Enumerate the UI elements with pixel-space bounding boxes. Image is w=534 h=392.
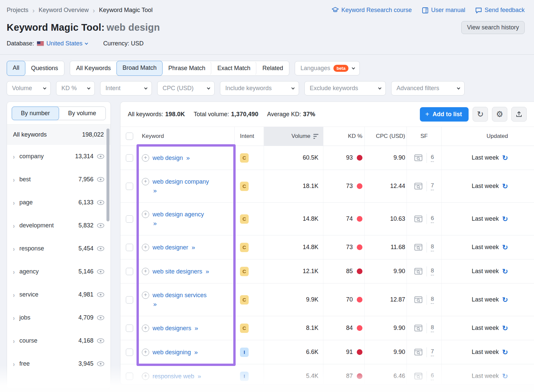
serp-preview-icon[interactable] <box>414 268 423 275</box>
double-chevron-icon[interactable] <box>153 219 204 228</box>
sidebar-scrollbar[interactable] <box>106 129 109 221</box>
column-header-updated[interactable]: Updated <box>442 127 534 146</box>
add-keyword-icon[interactable] <box>142 373 149 380</box>
add-keyword-icon[interactable] <box>142 244 149 251</box>
eye-icon[interactable] <box>97 200 104 205</box>
filter-cpc[interactable]: CPC (USD) <box>157 81 215 95</box>
sf-count[interactable]: 8 <box>431 324 434 332</box>
sidebar-group-item[interactable]: › jobs 4,709 <box>7 306 110 329</box>
serp-preview-icon[interactable] <box>414 296 423 303</box>
double-chevron-icon[interactable] <box>194 349 198 356</box>
serp-preview-icon[interactable] <box>414 373 423 380</box>
settings-button[interactable] <box>492 107 507 122</box>
tab-all[interactable]: All <box>7 61 25 76</box>
sf-count[interactable]: 8 <box>431 267 434 275</box>
add-to-list-button[interactable]: + Add to list <box>420 107 469 122</box>
keyword-link[interactable]: web designers <box>153 325 191 331</box>
tab-related[interactable]: Related <box>256 61 289 75</box>
keyword-link[interactable]: web site designers <box>153 268 202 274</box>
select-all-checkbox[interactable] <box>126 133 133 140</box>
eye-icon[interactable] <box>97 154 104 159</box>
tab-phrase-match[interactable]: Phrase Match <box>162 61 211 75</box>
sidebar-group-item[interactable]: › agency 5,146 <box>7 260 110 283</box>
row-checkbox[interactable] <box>126 325 133 332</box>
column-header-volume[interactable]: Volume <box>264 127 323 146</box>
double-chevron-icon[interactable] <box>195 325 199 332</box>
eye-icon[interactable] <box>97 269 104 274</box>
double-chevron-icon[interactable] <box>206 268 210 275</box>
tab-broad-match[interactable]: Broad Match <box>116 61 163 76</box>
languages-dropdown[interactable]: Languages beta <box>295 61 360 75</box>
filter-advanced[interactable]: Advanced filters <box>391 81 465 95</box>
filter-intent[interactable]: Intent <box>100 81 152 95</box>
database-selector[interactable]: United States <box>46 40 87 47</box>
double-chevron-icon[interactable] <box>153 186 209 195</box>
add-keyword-icon[interactable] <box>142 349 149 356</box>
column-header-cpc[interactable]: CPC (USD) <box>365 127 407 146</box>
export-button[interactable] <box>511 107 527 122</box>
refresh-metrics-icon[interactable] <box>502 268 508 275</box>
column-header-intent[interactable]: Intent <box>235 127 264 146</box>
sf-count[interactable]: 7 <box>431 182 434 190</box>
filter-exclude-keywords[interactable]: Exclude keywords <box>304 81 386 95</box>
sidebar-group-item[interactable]: › best 7,956 <box>7 168 110 191</box>
sidebar-all-keywords-row[interactable]: All keywords 198,022 <box>7 124 110 145</box>
sidebar-group-item[interactable]: › response 5,454 <box>7 237 110 260</box>
sidebar-group-item[interactable]: › development 5,832 <box>7 214 110 237</box>
serp-preview-icon[interactable] <box>414 154 423 161</box>
send-feedback-link[interactable]: Send feedback <box>475 7 525 14</box>
add-keyword-icon[interactable] <box>142 211 149 218</box>
refresh-button[interactable] <box>473 107 488 122</box>
eye-icon[interactable] <box>97 338 104 343</box>
double-chevron-icon[interactable] <box>192 244 196 251</box>
sidebar-group-item[interactable]: › service 4,981 <box>7 283 110 306</box>
serp-preview-icon[interactable] <box>414 183 423 190</box>
sidebar-group-item[interactable]: › course 4,168 <box>7 329 110 352</box>
column-header-keyword[interactable]: Keyword <box>138 127 235 146</box>
eye-icon[interactable] <box>97 177 104 182</box>
sf-count[interactable]: 7 <box>431 348 434 356</box>
eye-icon[interactable] <box>97 223 104 228</box>
keyword-link[interactable]: web designer <box>153 244 188 250</box>
keyword-research-course-link[interactable]: Keyword Research course <box>332 7 412 14</box>
row-checkbox[interactable] <box>126 296 133 304</box>
double-chevron-icon[interactable] <box>198 373 202 380</box>
keyword-link[interactable]: web design company <box>153 178 209 185</box>
eye-icon[interactable] <box>97 315 104 320</box>
row-checkbox[interactable] <box>126 183 133 190</box>
sidebar-group-item[interactable]: › free 3,945 <box>7 352 110 375</box>
sf-count[interactable]: 6 <box>431 215 434 223</box>
sf-count[interactable]: 8 <box>431 243 434 251</box>
add-keyword-icon[interactable] <box>142 325 149 332</box>
filter-kd[interactable]: KD % <box>56 81 95 95</box>
refresh-metrics-icon[interactable] <box>502 325 508 332</box>
filter-volume[interactable]: Volume <box>7 81 51 95</box>
view-search-history-button[interactable]: View search history <box>461 21 525 34</box>
sf-count[interactable]: 8 <box>431 296 434 304</box>
eye-icon[interactable] <box>97 361 104 366</box>
serp-preview-icon[interactable] <box>414 244 423 251</box>
user-manual-link[interactable]: User manual <box>422 7 465 14</box>
eye-icon[interactable] <box>97 246 104 251</box>
tab-exact-match[interactable]: Exact Match <box>211 61 256 75</box>
row-checkbox[interactable] <box>126 268 133 275</box>
refresh-metrics-icon[interactable] <box>502 349 508 356</box>
column-header-kd[interactable]: KD % <box>323 127 365 146</box>
keyword-link[interactable]: web design agency <box>153 211 204 218</box>
keyword-link[interactable]: web design <box>153 154 183 161</box>
refresh-metrics-icon[interactable] <box>502 154 508 161</box>
sidebar-group-item[interactable]: › company 13,314 <box>7 145 110 168</box>
breadcrumb-projects[interactable]: Projects <box>7 7 28 14</box>
double-chevron-icon[interactable] <box>186 154 190 161</box>
serp-preview-icon[interactable] <box>414 215 423 222</box>
add-keyword-icon[interactable] <box>142 154 149 162</box>
tab-questions[interactable]: Questions <box>25 61 64 75</box>
serp-preview-icon[interactable] <box>414 325 423 332</box>
row-checkbox[interactable] <box>126 373 133 380</box>
serp-preview-icon[interactable] <box>414 349 423 356</box>
sf-count[interactable]: 6 <box>431 154 434 162</box>
filter-include-keywords[interactable]: Include keywords <box>220 81 299 95</box>
eye-icon[interactable] <box>97 292 104 297</box>
sidebar-group-item[interactable]: › page 6,133 <box>7 191 110 214</box>
row-checkbox[interactable] <box>126 215 133 223</box>
